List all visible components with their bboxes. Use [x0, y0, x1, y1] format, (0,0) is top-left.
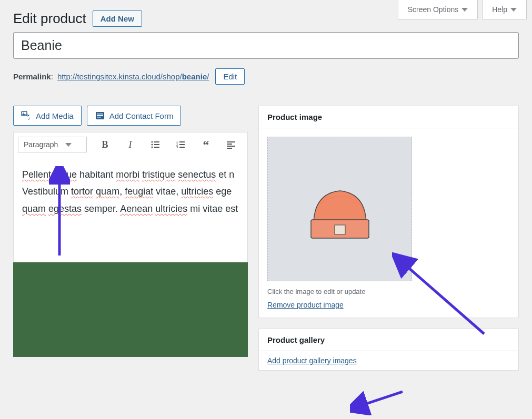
bullet-list-button[interactable] [148, 137, 163, 152]
caret-down-icon [65, 143, 72, 147]
edit-permalink-button[interactable]: Edit [215, 68, 245, 85]
svg-point-9 [152, 144, 153, 146]
add-new-button[interactable]: Add New [93, 11, 142, 27]
svg-text:3: 3 [176, 146, 178, 149]
svg-rect-21 [227, 146, 235, 147]
format-select[interactable]: Paragraph [18, 137, 87, 152]
svg-rect-24 [335, 225, 345, 234]
svg-rect-5 [97, 115, 103, 116]
remove-product-image-link[interactable]: Remove product image [267, 301, 344, 309]
add-contact-form-button[interactable]: Add Contact Form [87, 106, 182, 126]
svg-line-27 [355, 392, 403, 407]
svg-text:♪: ♪ [28, 116, 31, 121]
product-image-thumbnail[interactable] [267, 137, 412, 281]
svg-rect-8 [154, 141, 159, 142]
permalink-row: Permalink: http://testingsitex.kinsta.cl… [13, 68, 519, 85]
product-image-panel: Product image Click the image to edit or… [258, 106, 519, 318]
svg-rect-6 [97, 117, 101, 118]
caret-down-icon [461, 8, 468, 12]
screen-options-label: Screen Options [408, 5, 459, 14]
product-gallery-heading: Product gallery [259, 329, 518, 351]
media-icon: ♪ [21, 110, 32, 121]
bold-button[interactable]: B [97, 137, 112, 152]
editor-box: Paragraph B I 123 “ [13, 132, 248, 262]
svg-rect-14 [179, 141, 185, 142]
product-gallery-panel: Product gallery Add product gallery imag… [258, 329, 519, 371]
caret-down-icon [510, 8, 517, 12]
permalink-link[interactable]: http://testingsitex.kinsta.cloud/shop/be… [57, 72, 209, 81]
add-media-button[interactable]: ♪ Add Media [13, 106, 82, 126]
annotation-arrow [350, 389, 408, 415]
svg-rect-22 [227, 148, 232, 149]
permalink-label: Permalink: [13, 72, 53, 81]
svg-rect-12 [154, 147, 159, 148]
italic-button[interactable]: I [123, 137, 137, 152]
svg-rect-19 [227, 141, 235, 142]
screen-options-button[interactable]: Screen Options [398, 0, 478, 19]
beanie-icon [298, 167, 382, 251]
page-title: Edit product [13, 11, 86, 27]
editor-content[interactable]: Pellentesque habitant morbi tristique se… [14, 157, 247, 262]
product-title-input[interactable] [13, 32, 519, 59]
editor-toolbar: Paragraph B I 123 “ [14, 132, 247, 157]
svg-rect-16 [179, 144, 185, 145]
svg-rect-10 [154, 144, 159, 145]
add-media-label: Add Media [36, 111, 74, 120]
svg-rect-4 [97, 114, 103, 115]
product-image-heading: Product image [259, 106, 518, 128]
help-label: Help [492, 5, 507, 14]
align-left-button[interactable] [224, 137, 238, 152]
add-contact-form-label: Add Contact Form [109, 111, 174, 120]
add-gallery-images-link[interactable]: Add product gallery images [267, 356, 357, 365]
image-hint-text: Click the image to edit or update [267, 288, 510, 295]
svg-point-11 [152, 147, 153, 148]
svg-point-7 [152, 141, 153, 143]
svg-point-1 [23, 113, 24, 114]
quote-button[interactable]: “ [198, 137, 213, 152]
numbered-list-button[interactable]: 123 [173, 137, 188, 152]
green-block [13, 262, 248, 357]
help-button[interactable]: Help [482, 0, 527, 19]
svg-rect-18 [179, 147, 185, 148]
form-icon [95, 110, 105, 121]
svg-rect-20 [227, 144, 232, 145]
